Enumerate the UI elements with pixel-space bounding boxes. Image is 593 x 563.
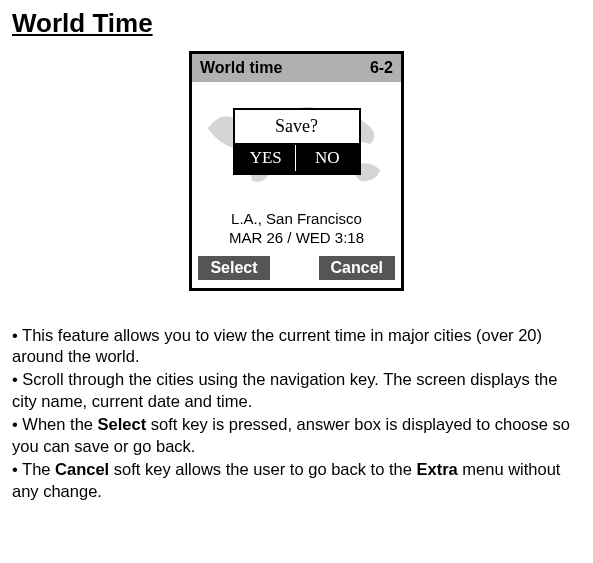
- dialog-buttons: YES NO: [235, 143, 359, 173]
- select-label-ref: Select: [98, 415, 147, 433]
- paragraph-1: • This feature allows you to view the cu…: [12, 325, 581, 368]
- paragraph-2: • Scroll through the cities using the na…: [12, 369, 581, 412]
- paragraph-4: • The Cancel soft key allows the user to…: [12, 459, 581, 502]
- city-name: L.A., San Francisco: [192, 210, 401, 229]
- text-span: • When the: [12, 415, 98, 433]
- extra-label-ref: Extra: [416, 460, 457, 478]
- yes-button[interactable]: YES: [237, 145, 297, 171]
- save-dialog: Save? YES NO: [233, 108, 361, 175]
- cancel-button[interactable]: Cancel: [319, 256, 395, 280]
- phone-screen: World time 6-2 Save? YES NO L.A., San Fr…: [189, 51, 404, 291]
- world-map-area: Save? YES NO: [198, 86, 395, 202]
- description-text: • This feature allows you to view the cu…: [12, 325, 581, 503]
- cancel-label-ref: Cancel: [55, 460, 109, 478]
- text-span: • The: [12, 460, 55, 478]
- screen-title: World time: [200, 59, 282, 77]
- select-button[interactable]: Select: [198, 256, 270, 280]
- paragraph-3: • When the Select soft key is pressed, a…: [12, 414, 581, 457]
- text-span: soft key allows the user to go back to t…: [109, 460, 416, 478]
- city-info: L.A., San Francisco MAR 26 / WED 3:18: [192, 210, 401, 248]
- softkey-bar: Select Cancel: [192, 252, 401, 288]
- dialog-prompt: Save?: [235, 116, 359, 137]
- city-datetime: MAR 26 / WED 3:18: [192, 229, 401, 248]
- screen-header: World time 6-2: [192, 54, 401, 82]
- screen-menu-number: 6-2: [370, 59, 393, 77]
- no-button[interactable]: NO: [298, 145, 357, 171]
- page-title: World Time: [12, 8, 581, 39]
